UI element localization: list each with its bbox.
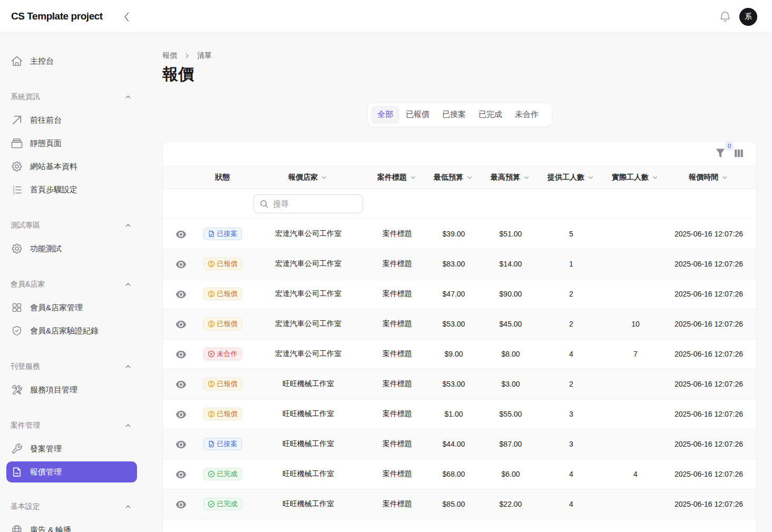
svg-text:3: 3 — [13, 191, 15, 195]
